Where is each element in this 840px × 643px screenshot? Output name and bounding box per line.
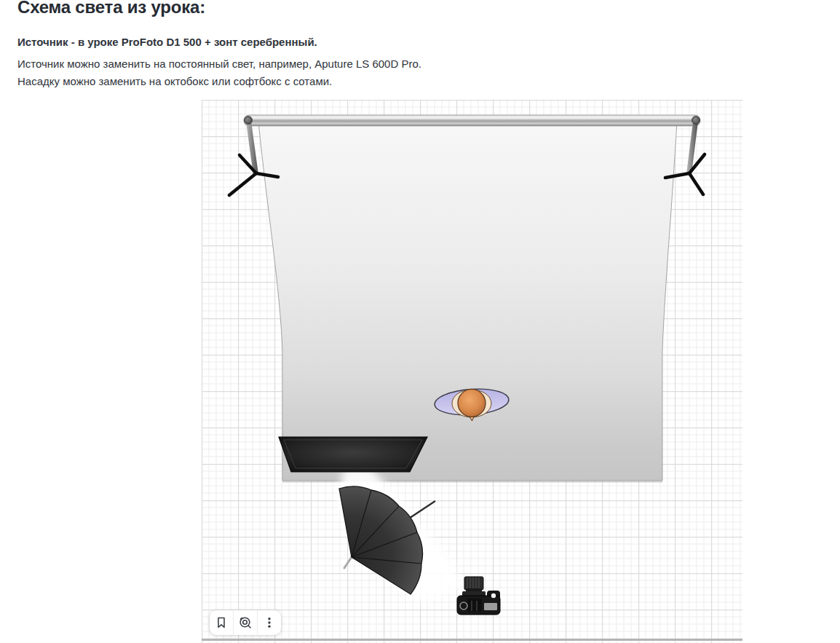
person-head: [458, 390, 486, 417]
backdrop-crossbar: [244, 115, 700, 126]
image-hover-toolbar: [210, 610, 281, 635]
backdrop-paper: [258, 122, 677, 482]
softbox: [279, 437, 427, 472]
intro-text: Источник - в уроке ProFoto D1 500 + зонт…: [17, 33, 673, 90]
more-options-button[interactable]: [257, 610, 281, 635]
lighting-diagram: [202, 100, 742, 643]
lesson-page: Схема света из урока: Источник - в уроке…: [0, 0, 840, 643]
image-search-icon: [238, 615, 253, 630]
page-title: Схема света из урока:: [17, 0, 205, 17]
bar-knob-left: [245, 117, 253, 125]
bookmark-button[interactable]: [210, 610, 233, 635]
intro-line-2: Источник можно заменить на постоянный св…: [17, 55, 673, 73]
bookmark-icon: [214, 615, 229, 630]
bar-knob-right: [692, 117, 700, 125]
lighting-diagram-figure[interactable]: [202, 100, 742, 643]
figure-bottom-border: [202, 639, 742, 641]
intro-line-3: Насадку можно заменить на октобокс или с…: [17, 73, 673, 90]
intro-lead-line: Источник - в уроке ProFoto D1 500 + зонт…: [17, 33, 673, 51]
image-search-button[interactable]: [233, 610, 257, 635]
kebab-menu-icon: [262, 615, 277, 630]
